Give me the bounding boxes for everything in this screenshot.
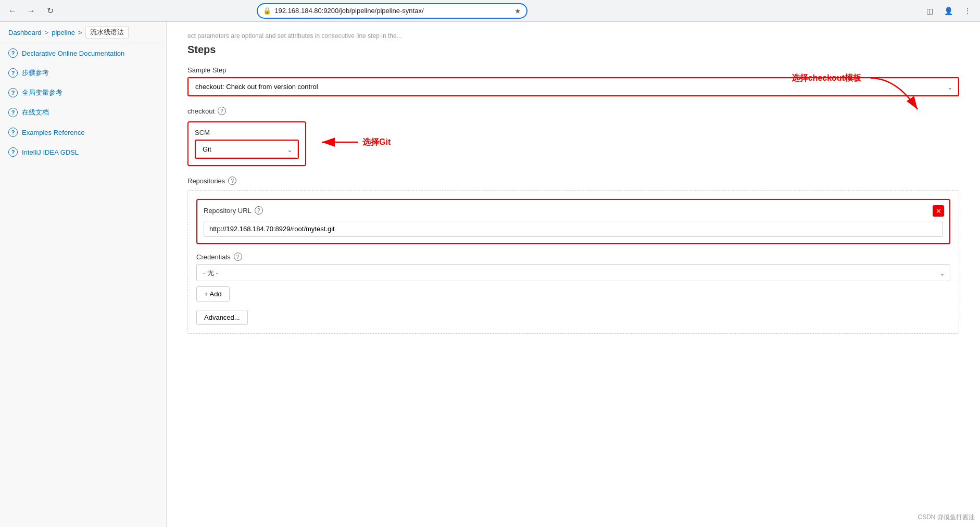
credentials-select[interactable]: - 无 - [196, 264, 950, 281]
scm-select-wrapper: Git ⌄ [196, 141, 298, 158]
bookmark-icon: ★ [514, 7, 521, 15]
content-wrapper: ect parameters are optional and set attr… [187, 32, 959, 334]
sidebar-item-online-docs[interactable]: ? 在线文档 [0, 103, 166, 122]
browser-chrome: ← → ↻ 🔒 192.168.184.80:9200/job/pipeline… [0, 0, 980, 22]
sample-step-select-wrapper: checkout: Check out from version control… [189, 78, 958, 95]
repositories-label-row: Repositories ? [187, 177, 959, 185]
breadcrumb: Dashboard > pipeline > 流水线语法 [0, 22, 166, 43]
security-icon: 🔒 [263, 7, 271, 15]
sidebar: Dashboard > pipeline > 流水线语法 ? Declarati… [0, 22, 167, 527]
repo-url-help-badge[interactable]: ? [255, 206, 263, 215]
checkout-help-badge[interactable]: ? [218, 107, 226, 115]
credentials-help-badge[interactable]: ? [234, 253, 242, 261]
sidebar-label-declarative: Declarative Online Documentation [22, 49, 124, 57]
app-layout: Dashboard > pipeline > 流水线语法 ? Declarati… [0, 22, 980, 527]
help-icon-examples: ? [8, 128, 18, 137]
advanced-button[interactable]: Advanced... [196, 310, 248, 325]
repositories-help-badge[interactable]: ? [228, 177, 236, 185]
sample-step-label: Sample Step [187, 66, 959, 74]
git-annotation-arrow [317, 132, 358, 153]
scm-select-outer: Git ⌄ [195, 140, 299, 159]
sidebar-item-intellij[interactable]: ? IntelliJ IDEA GDSL [0, 142, 166, 162]
watermark: CSDN @摸鱼打酱油 [918, 513, 975, 522]
breadcrumb-current: 流水线语法 [85, 26, 129, 39]
git-annotation-group: 选择Git [317, 132, 391, 153]
credentials-select-wrapper: - 无 - ⌄ [196, 264, 950, 281]
reload-button[interactable]: ↻ [43, 4, 57, 18]
scm-section-box: SCM Git ⌄ [187, 121, 306, 166]
repo-url-input[interactable] [204, 221, 943, 237]
help-icon-intellij: ? [8, 147, 18, 157]
steps-heading: Steps [187, 44, 959, 56]
sample-step-section: Sample Step checkout: Check out from ver… [187, 66, 959, 96]
repositories-section: Repositories ? ✕ Repository URL ? [187, 177, 959, 334]
checkout-label-row: checkout ? [187, 107, 959, 115]
help-icon-declarative: ? [8, 48, 18, 58]
profile-button[interactable]: 👤 [941, 4, 956, 18]
breadcrumb-sep1: > [45, 29, 49, 36]
scm-row: SCM Git ⌄ [187, 121, 959, 166]
checkout-label-text: checkout [187, 107, 215, 115]
back-button[interactable]: ← [5, 4, 20, 18]
breadcrumb-dashboard[interactable]: Dashboard [8, 29, 42, 36]
breadcrumb-sep2: > [78, 29, 82, 36]
sample-step-select[interactable]: checkout: Check out from version control [189, 78, 958, 95]
address-text: 192.168.184.80:9200/job/pipeline/pipelin… [274, 7, 511, 15]
sidebar-label-examples: Examples Reference [22, 129, 85, 136]
credentials-section: Credentials ? - 无 - ⌄ + Add [196, 253, 950, 325]
add-button-label: + Add [204, 290, 222, 298]
repositories-container: ✕ Repository URL ? [187, 190, 959, 334]
top-partial-text: ect parameters are optional and set attr… [187, 32, 959, 40]
checkout-select-wrapper: checkout: Check out from version control… [187, 77, 959, 96]
help-icon-steps: ? [8, 68, 18, 78]
credentials-label-text: Credentials [196, 253, 231, 261]
advanced-button-label: Advanced... [204, 313, 240, 321]
forward-button[interactable]: → [24, 4, 39, 18]
repo-url-label-text: Repository URL [204, 207, 252, 215]
sidebar-item-steps-ref[interactable]: ? 步骤参考 [0, 63, 166, 83]
repo-entry: ✕ Repository URL ? [196, 199, 950, 244]
credentials-label-row: Credentials ? [196, 253, 950, 261]
sidebar-label-global: 全局变量参考 [22, 88, 62, 97]
main-content: ect parameters are optional and set attr… [167, 22, 980, 527]
sidebar-item-examples[interactable]: ? Examples Reference [0, 122, 166, 142]
help-icon-global: ? [8, 88, 18, 97]
git-annotation-text: 选择Git [362, 137, 391, 148]
sidebar-item-global-var[interactable]: ? 全局变量参考 [0, 83, 166, 103]
breadcrumb-pipeline[interactable]: pipeline [52, 29, 75, 36]
help-icon-online: ? [8, 108, 18, 117]
scm-label: SCM [195, 129, 299, 136]
repo-close-button[interactable]: ✕ [933, 205, 944, 217]
scm-select[interactable]: Git [196, 141, 298, 158]
sidebar-label-steps: 步骤参考 [22, 68, 49, 78]
sidebar-label-intellij: IntelliJ IDEA GDSL [22, 148, 79, 156]
browser-right-actions: ◫ 👤 ⋮ [923, 4, 975, 18]
extensions-button[interactable]: ◫ [923, 4, 937, 18]
sidebar-item-declarative[interactable]: ? Declarative Online Documentation [0, 43, 166, 63]
repo-url-label-row: Repository URL ? [204, 206, 943, 215]
address-bar[interactable]: 🔒 192.168.184.80:9200/job/pipeline/pipel… [257, 3, 527, 19]
add-button[interactable]: + Add [196, 286, 230, 302]
repositories-label-text: Repositories [187, 177, 225, 185]
sidebar-label-online: 在线文档 [22, 108, 49, 117]
settings-button[interactable]: ⋮ [960, 4, 975, 18]
